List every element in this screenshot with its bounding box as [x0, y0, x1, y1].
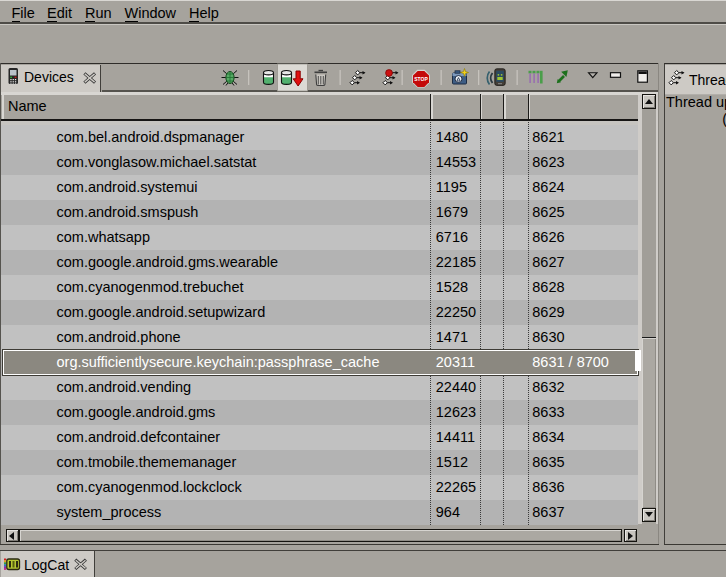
svg-text:STOP: STOP	[414, 76, 428, 82]
